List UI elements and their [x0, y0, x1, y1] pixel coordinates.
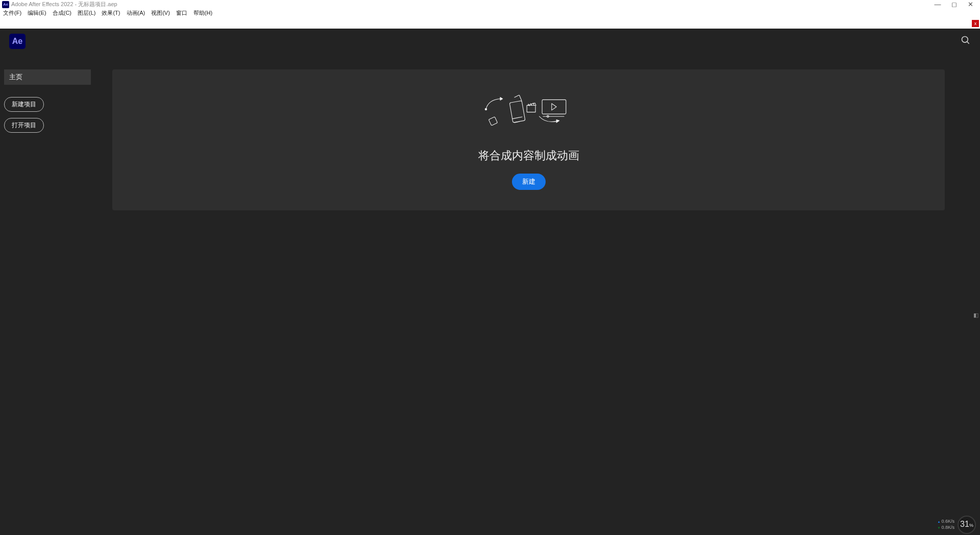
open-project-button[interactable]: 打开项目 [4, 118, 44, 133]
svg-rect-4 [488, 117, 497, 126]
svg-marker-13 [551, 104, 556, 110]
network-widget: 0.6K/s 0.8K/s 31 % [938, 516, 976, 534]
strip-close-button[interactable]: x [972, 20, 979, 27]
svg-rect-8 [527, 106, 535, 112]
svg-rect-5 [509, 101, 525, 123]
net-down-speed: 0.8K/s [938, 525, 954, 531]
hero-new-button[interactable]: 新建 [512, 174, 546, 190]
menu-layer[interactable]: 图层(L) [78, 9, 95, 17]
svg-line-6 [512, 117, 522, 119]
menu-view[interactable]: 视图(V) [151, 9, 170, 17]
maximize-button[interactable]: ◻ [950, 1, 958, 8]
usage-percent: 31 [960, 520, 969, 529]
right-edge [973, 69, 980, 221]
main-panel: 将合成内容制成动画 新建 [112, 69, 945, 221]
sidebar-tab-home[interactable]: 主页 [4, 69, 91, 85]
svg-point-0 [962, 36, 968, 42]
usage-percent-symbol: % [969, 523, 973, 528]
menu-help[interactable]: 帮助(H) [193, 9, 212, 17]
svg-rect-12 [542, 100, 566, 114]
net-up-speed: 0.6K/s [938, 519, 954, 525]
menu-edit[interactable]: 编辑(E) [28, 9, 46, 17]
menu-composition[interactable]: 合成(C) [53, 9, 71, 17]
usage-circle[interactable]: 31 % [958, 516, 976, 534]
svg-point-3 [485, 108, 486, 110]
svg-marker-2 [500, 98, 503, 101]
menu-window[interactable]: 窗口 [176, 9, 187, 17]
menu-file[interactable]: 文件(F) [3, 9, 21, 17]
hero-title: 将合成内容制成动画 [133, 148, 924, 163]
minimize-button[interactable]: — [934, 1, 941, 8]
sidebar: 主页 新建项目 打开项目 [0, 69, 112, 221]
panel-toggle-icon[interactable]: ◧ [973, 312, 979, 318]
info-strip: x [0, 17, 980, 29]
window-title: Adobe After Effects 2022 - 无标题项目.aep [11, 1, 117, 8]
menu-animation[interactable]: 动画(A) [127, 9, 145, 17]
svg-marker-16 [556, 120, 559, 123]
hero-illustration-icon [133, 95, 924, 133]
app-header: Ae [0, 29, 980, 54]
app-body: Ae 主页 新建项目 打开项目 [0, 29, 980, 535]
new-project-button[interactable]: 新建项目 [4, 97, 44, 112]
app-icon: Ae [2, 1, 9, 8]
menu-effect[interactable]: 效果(T) [102, 9, 120, 17]
ae-logo: Ae [9, 34, 26, 49]
window-titlebar: Ae Adobe After Effects 2022 - 无标题项目.aep … [0, 0, 980, 9]
menu-bar: 文件(F) 编辑(E) 合成(C) 图层(L) 效果(T) 动画(A) 视图(V… [0, 9, 980, 17]
svg-line-1 [967, 41, 969, 43]
close-button[interactable]: ✕ [967, 1, 974, 8]
search-icon[interactable] [961, 35, 971, 48]
hero-card: 将合成内容制成动画 新建 [112, 69, 945, 210]
